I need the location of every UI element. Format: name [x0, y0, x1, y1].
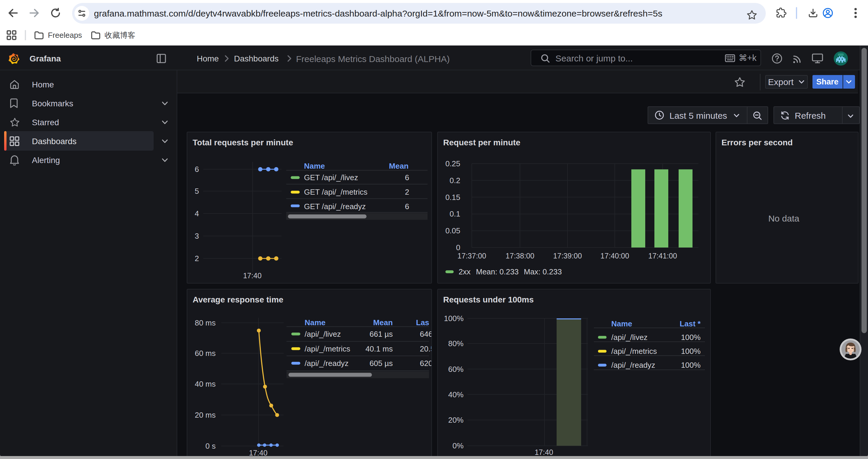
svg-text:605 µs: 605 µs — [370, 359, 393, 368]
svg-text:17:37:00: 17:37:00 — [457, 252, 486, 260]
svg-text:/api/_/metrics: /api/_/metrics — [305, 345, 350, 353]
svg-text:646: 646 — [420, 330, 431, 338]
svg-text:80%: 80% — [448, 339, 464, 348]
svg-text:2: 2 — [405, 188, 409, 196]
svg-text:60%: 60% — [448, 365, 464, 374]
svg-text:100%: 100% — [681, 333, 701, 342]
svg-text:17:40: 17:40 — [249, 449, 268, 457]
svg-text:3: 3 — [195, 232, 199, 240]
svg-text:Last *: Last * — [680, 319, 701, 328]
svg-text:60 ms: 60 ms — [195, 349, 216, 358]
svg-text:17:39:00: 17:39:00 — [553, 252, 582, 260]
svg-text:4: 4 — [195, 209, 199, 218]
svg-text:6: 6 — [405, 173, 409, 182]
svg-text:2: 2 — [195, 254, 199, 263]
svg-text:100%: 100% — [681, 361, 701, 369]
svg-text:620: 620 — [420, 359, 431, 368]
svg-text:20%: 20% — [448, 416, 464, 424]
svg-text:17:40: 17:40 — [535, 448, 553, 456]
svg-text:100%: 100% — [444, 314, 464, 323]
svg-text:Name: Name — [305, 318, 326, 327]
svg-text:6: 6 — [405, 202, 409, 211]
svg-text:17:40: 17:40 — [243, 271, 262, 280]
svg-text:0.25: 0.25 — [445, 159, 460, 168]
svg-text:17:41:00: 17:41:00 — [648, 252, 677, 260]
svg-text:40.1 ms: 40.1 ms — [366, 345, 393, 353]
svg-text:20.5 r: 20.5 r — [420, 345, 431, 353]
svg-text:0.1: 0.1 — [450, 209, 460, 218]
svg-text:661 µs: 661 µs — [370, 330, 393, 338]
svg-text:0.05: 0.05 — [445, 226, 460, 235]
svg-text:/api/_/livez: /api/_/livez — [305, 330, 341, 338]
svg-text:100%: 100% — [681, 347, 701, 356]
svg-text:Name: Name — [611, 319, 632, 328]
svg-text:2xx: 2xx — [459, 267, 470, 276]
svg-text:0.2: 0.2 — [450, 176, 460, 185]
svg-text:GET /api/_/readyz: GET /api/_/readyz — [304, 202, 366, 211]
svg-text:GET /api/_/livez: GET /api/_/livez — [304, 173, 358, 182]
svg-text:/api/_/readyz: /api/_/readyz — [305, 359, 349, 368]
svg-text:/api/_/metrics: /api/_/metrics — [611, 347, 657, 356]
svg-text:17:38:00: 17:38:00 — [505, 252, 534, 260]
svg-text:20 ms: 20 ms — [195, 411, 216, 419]
svg-text:40%: 40% — [448, 390, 464, 399]
svg-text:17:40:00: 17:40:00 — [600, 252, 629, 260]
svg-text:0 s: 0 s — [205, 441, 216, 451]
svg-text:Mean: Mean — [389, 162, 409, 170]
svg-text:Name: Name — [304, 162, 325, 170]
svg-text:Max: 0.233: Max: 0.233 — [524, 267, 562, 276]
svg-text:0.15: 0.15 — [445, 193, 460, 202]
svg-text:/api/_/readyz: /api/_/readyz — [611, 361, 655, 369]
svg-text:0: 0 — [456, 243, 460, 252]
svg-text:40 ms: 40 ms — [195, 380, 216, 388]
svg-text:Las: Las — [416, 318, 429, 327]
svg-text:0%: 0% — [452, 441, 464, 450]
svg-text:Mean: 0.233: Mean: 0.233 — [476, 267, 519, 276]
svg-text:80 ms: 80 ms — [195, 319, 216, 327]
svg-text:/api/_/livez: /api/_/livez — [611, 333, 648, 342]
svg-text:Mean: Mean — [373, 318, 393, 327]
svg-text:6: 6 — [195, 165, 199, 174]
svg-text:5: 5 — [195, 187, 199, 196]
svg-text:GET /api/_/metrics: GET /api/_/metrics — [304, 188, 368, 196]
